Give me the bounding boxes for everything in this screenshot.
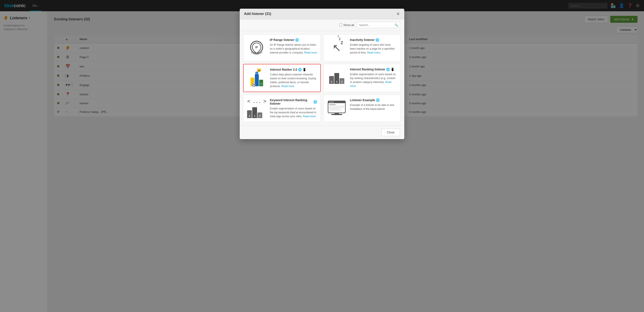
svg-rect-10 — [329, 108, 340, 109]
show-all-checkbox[interactable] — [339, 24, 342, 27]
pod-3: 3 — [340, 78, 344, 84]
inactivity-title: Inactivity listener 🌐 — [350, 38, 397, 42]
svg-rect-9 — [329, 107, 344, 108]
listener-card-ip-range[interactable]: IP IP Range listener 🌐 An IP Range liste… — [243, 35, 321, 61]
listener-card-example[interactable]: Listener Example 🌐 Example of a listener… — [323, 95, 401, 122]
keyword-content: Keyword Interest Ranking listener 🌐 Enab… — [270, 98, 317, 118]
globe-icon-2: 🌐 — [376, 38, 379, 42]
cursor-icon: ↖ — [332, 42, 341, 54]
monitor-svg — [327, 101, 346, 116]
mobile-icon-2: 📱 — [391, 68, 394, 71]
svg-point-6 — [332, 102, 334, 103]
listener-card-inactivity[interactable]: ↖ Z Z Z Inactivity listener 🌐 Enable tar… — [323, 35, 401, 61]
keyword-read-more[interactable]: Read more — [303, 115, 316, 118]
listener-card-keyword[interactable]: < ... > 2 1 3 Keyword Interest Ranking l… — [243, 95, 321, 122]
z-letter-icon: Z — [338, 35, 339, 38]
pod-1: 1 — [334, 73, 339, 84]
ip-range-desc: An IP Range listener allows you to liste… — [270, 43, 317, 55]
inactivity-icon: ↖ Z Z Z — [327, 38, 346, 58]
globe-icon-3: 🌐 — [298, 68, 302, 71]
svg-rect-11 — [329, 110, 342, 110]
interest-ranker-desc: Collect data about customer interests ba… — [270, 73, 317, 88]
modal-close-footer-button[interactable]: Close — [381, 129, 400, 136]
inactivity-content: Inactivity listener 🌐 Enable targeting o… — [350, 38, 397, 55]
interest-ranking-desc: Enable segmentation of users based on to… — [350, 72, 397, 88]
example-title: Listener Example 🌐 — [350, 98, 397, 102]
stroller-icon: 🛒 — [260, 82, 264, 86]
kw-pod-2: 2 — [247, 110, 252, 118]
listener-example-icon — [327, 98, 346, 118]
kw-pod-1: 1 — [252, 107, 257, 118]
keyword-title: Keyword Interest Ranking listener 🌐 — [270, 98, 317, 105]
pod-3-num: 3 — [341, 80, 342, 83]
kw-pod-1-num: 1 — [254, 115, 255, 117]
add-listener-modal: Add listener (31) ✕ Show all 🔍 — [240, 9, 404, 139]
modal-title: Add listener (31) — [244, 12, 271, 16]
interest-ranker-content: Interest Ranker 2.0 🌐 📱 Collect data abo… — [270, 68, 317, 88]
zz-letters-icon: Z — [339, 38, 340, 41]
modal-toolbar: Show all 🔍 — [240, 19, 404, 31]
pod-1-num: 1 — [336, 80, 337, 83]
listener-card-interest-ranker[interactable]: 🐱 1 ⚽ 🛒 — [243, 64, 321, 92]
ip-range-read-more[interactable]: Read more — [304, 51, 317, 54]
mobile-icon: 📱 — [302, 68, 306, 71]
modal-search-input[interactable] — [357, 22, 400, 28]
angle-brackets-icon: < ... > — [247, 98, 266, 104]
kw-podium: 2 1 3 — [247, 105, 266, 118]
ip-pin-svg: IP — [248, 38, 265, 58]
show-all-label[interactable]: Show all — [339, 24, 354, 27]
interest-ranking-content: Interest Ranking listener 🌐 📱 Enable seg… — [350, 68, 397, 88]
modal-header: Add listener (31) ✕ — [240, 9, 404, 19]
svg-rect-3 — [328, 101, 346, 103]
cards-grid: IP IP Range listener 🌐 An IP Range liste… — [240, 31, 404, 125]
interest-ranker-title: Interest Ranker 2.0 🌐 📱 — [270, 68, 317, 71]
listener-card-interest-ranking[interactable]: 2 1 3 Interest Ranking listener 🌐 📱 Enab… — [323, 64, 401, 92]
ip-range-icon: IP — [247, 38, 266, 58]
modal-overlay[interactable]: Add listener (31) ✕ Show all 🔍 — [0, 0, 644, 312]
globe-icon-4: 🌐 — [386, 68, 390, 71]
example-desc: Example of a listener to be able to test… — [350, 103, 397, 111]
bar-1-label: 1 — [256, 72, 258, 75]
ip-range-title: IP Range listener 🌐 — [270, 38, 317, 42]
keyword-podium-icon: 2 1 3 — [247, 105, 266, 118]
ball-icon: ⚽ — [252, 83, 256, 87]
interest-ranking-icon: 2 1 3 — [327, 68, 346, 87]
zzz-letters-icon: Z — [340, 41, 343, 45]
svg-text:IP: IP — [255, 46, 258, 49]
globe-icon: 🌐 — [295, 38, 299, 42]
svg-rect-13 — [331, 114, 342, 115]
inactivity-read-more[interactable]: Read more — [367, 51, 380, 54]
kw-pod-3: 3 — [258, 112, 262, 118]
keyword-icon: < ... > 2 1 3 — [247, 98, 266, 118]
pod-2-num: 2 — [331, 80, 332, 83]
svg-rect-8 — [329, 106, 344, 106]
kw-pod-2-num: 2 — [249, 115, 250, 117]
globe-icon-5: 🌐 — [313, 100, 317, 104]
interest-ranker-icon: 🐱 1 ⚽ 🛒 — [247, 68, 266, 87]
example-content: Listener Example 🌐 Example of a listener… — [350, 98, 397, 111]
search-icon: 🔍 — [394, 24, 398, 27]
pod-2: 2 — [329, 76, 334, 84]
globe-icon-6: 🌐 — [376, 98, 380, 102]
interest-ranker-read-more[interactable]: Read more — [282, 85, 294, 88]
svg-rect-7 — [329, 104, 336, 105]
keyword-desc: Enable segmentation of users based on th… — [270, 107, 317, 118]
kw-pod-3-num: 3 — [259, 115, 260, 117]
ip-range-content: IP Range listener 🌐 An IP Range listener… — [270, 38, 317, 55]
interest-ranking-title: Interest Ranking listener 🌐 📱 — [350, 68, 397, 71]
svg-point-5 — [331, 102, 332, 103]
podium-icon: 2 1 3 — [329, 71, 344, 84]
modal-close-button[interactable]: ✕ — [396, 12, 400, 16]
bar-blue-wrap: 1 ⚽ — [255, 74, 259, 86]
inactivity-desc: Enable targeting of users who have been … — [350, 43, 397, 55]
modal-footer: Close — [240, 125, 404, 139]
svg-point-4 — [330, 102, 330, 103]
